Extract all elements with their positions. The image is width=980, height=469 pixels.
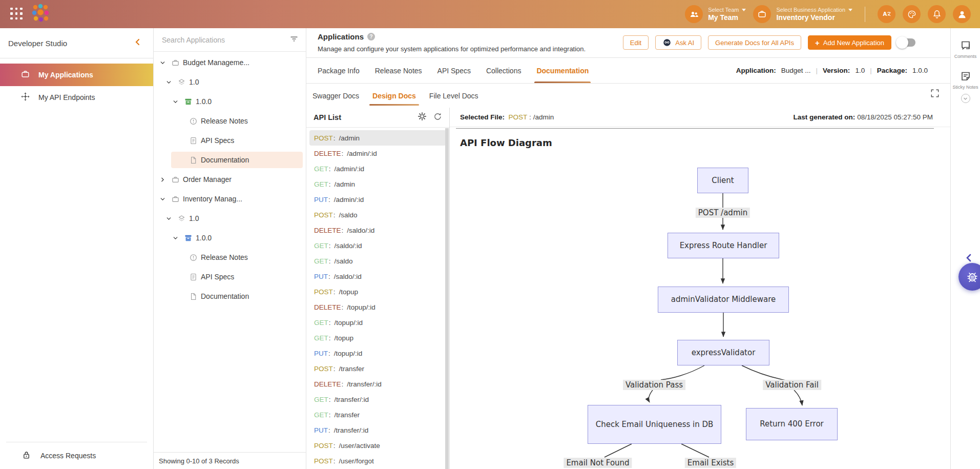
flow-edge-label-validation-pass: Validation Pass — [623, 380, 685, 390]
api-list-item-put-saldo-id[interactable]: PUT:/saldo/:id — [309, 269, 446, 284]
api-list-item-delete-transfer-id[interactable]: DELETE:/transfer/:id — [309, 376, 446, 392]
ask-ai-button[interactable]: Ask AI — [655, 35, 701, 50]
generate-docs-button[interactable]: Generate Docs for All APIs — [708, 35, 801, 50]
tree-node-1-0[interactable]: 1.0 — [154, 209, 306, 228]
subtab-design-docs[interactable]: Design Docs — [372, 84, 416, 108]
tree-node-release-notes[interactable]: Release Notes — [154, 248, 306, 267]
tree-node-1-0-0[interactable]: 1.0.0 — [154, 92, 306, 111]
app-launcher-icon[interactable] — [10, 8, 24, 21]
tab-api-specs[interactable]: API Specs — [437, 58, 471, 83]
sidebar-item-label: My Applications — [38, 71, 93, 79]
api-list-item-post-user-activate[interactable]: POST:/user/activate — [309, 438, 446, 453]
user-avatar[interactable] — [953, 5, 971, 23]
api-list-item-post-admin[interactable]: POST:/admin — [309, 130, 446, 146]
api-path-label: /transfer/:id — [334, 426, 369, 434]
api-path-label: /topup — [335, 334, 354, 342]
tree-node-documentation[interactable]: Documentation — [154, 287, 306, 306]
tab-documentation[interactable]: Documentation — [536, 58, 589, 83]
refresh-icon[interactable] — [433, 112, 442, 123]
chevron-down-icon[interactable] — [165, 79, 177, 86]
api-list-item-put-topup-id[interactable]: PUT:/topup/:id — [309, 345, 446, 361]
api-list-item-delete-admin-id[interactable]: DELETE:/admin/:id — [309, 146, 446, 161]
tree-node-api-specs[interactable]: API Specs — [154, 267, 306, 287]
api-list-item-get-saldo-id[interactable]: GET:/saldo/:id — [309, 238, 446, 253]
api-path-label: /admin/:id — [335, 165, 365, 173]
chevron-right-icon[interactable] — [159, 176, 171, 183]
business-application-selector[interactable]: Select Business Application Inventory Ve… — [753, 5, 852, 23]
api-list-item-get-topup[interactable]: GET:/topup — [309, 330, 446, 345]
bug-report-fab[interactable] — [958, 263, 980, 291]
add-new-application-button[interactable]: +Add New Application — [808, 35, 891, 50]
http-method-label: PUT — [314, 426, 328, 434]
comments-label: Comments — [954, 54, 977, 59]
tab-package-info[interactable]: Package Info — [318, 58, 360, 83]
sidebar-item-access-requests[interactable]: Access Requests — [0, 442, 153, 469]
rail-expand-icon[interactable] — [961, 94, 970, 103]
plus-icon: + — [815, 39, 820, 47]
tree-node-budget-manageme[interactable]: Budget Manageme... — [154, 53, 306, 72]
tree-node-label: Release Notes — [201, 117, 248, 125]
language-icon[interactable]: A — [878, 5, 895, 23]
chevron-down-icon[interactable] — [159, 59, 171, 66]
theme-palette-icon[interactable] — [903, 5, 921, 23]
business-app-icon — [753, 5, 771, 23]
http-method-label: GET — [314, 334, 328, 342]
help-icon[interactable]: ? — [367, 33, 375, 40]
subtab-swagger-docs[interactable]: Swagger Docs — [312, 84, 359, 108]
api-list-item-post-transfer[interactable]: POST:/transfer — [309, 361, 446, 376]
tree-node-label: API Specs — [201, 273, 234, 281]
sidebar-item-my-applications[interactable]: My Applications — [0, 64, 153, 86]
edit-button[interactable]: Edit — [623, 35, 649, 50]
api-list-item-get-transfer-id[interactable]: GET:/transfer/:id — [309, 392, 446, 407]
api-list-item-delete-saldo-id[interactable]: DELETE:/saldo/:id — [309, 222, 446, 238]
api-list-item-get-transfer[interactable]: GET:/transfer — [309, 407, 446, 422]
ask-ai-icon — [662, 38, 672, 47]
api-list-item-get-topup-id[interactable]: GET:/topup/:id — [309, 315, 446, 330]
chevron-down-icon[interactable] — [172, 235, 184, 241]
subtab-file-level-docs[interactable]: File Level Docs — [429, 84, 478, 108]
briefcase-icon — [171, 195, 182, 203]
api-list-item-put-admin-id[interactable]: PUT:/admin/:id — [309, 192, 446, 207]
sticky-notes-button[interactable]: Sticky Notes — [951, 70, 980, 90]
api-list-item-post-saldo[interactable]: POST:/saldo — [309, 207, 446, 222]
search-input[interactable] — [161, 35, 289, 45]
sidebar-collapse-icon[interactable] — [135, 38, 140, 48]
api-path-label: /topup/:id — [334, 350, 363, 357]
chevron-down-icon[interactable] — [172, 98, 184, 105]
api-list-item-delete-topup-id[interactable]: DELETE:/topup/:id — [309, 299, 446, 315]
tree-node-1-0-0[interactable]: 1.0.0 — [154, 228, 306, 248]
tree-node-documentation[interactable]: Documentation — [154, 150, 306, 170]
flow-node-express-handler: Express Route Handler — [668, 233, 779, 258]
sidebar-item-my-api-endpoints[interactable]: My API Endpoints — [0, 86, 153, 109]
tree-node-api-specs[interactable]: API Specs — [154, 131, 306, 150]
tree-node-label: Order Manager — [183, 175, 232, 183]
doc-subtabs-row: Swagger DocsDesign DocsFile Level Docs — [306, 84, 950, 108]
fullscreen-icon[interactable] — [930, 88, 940, 100]
http-method-label: POST — [314, 442, 333, 450]
api-list-item-post-topup[interactable]: POST:/topup — [309, 284, 446, 299]
tree-node-release-notes[interactable]: Release Notes — [154, 111, 306, 131]
api-list-item-get-admin-id[interactable]: GET:/admin/:id — [309, 161, 446, 176]
api-list-item-get-admin[interactable]: GET:/admin — [309, 176, 446, 192]
comments-button[interactable]: Comments — [951, 39, 980, 59]
tab-release-notes[interactable]: Release Notes — [375, 58, 422, 83]
team-selector[interactable]: Select Team My Team — [685, 5, 746, 23]
release-icon — [189, 253, 200, 262]
chevron-down-icon[interactable] — [165, 215, 177, 222]
tree-node-order-manager[interactable]: Order Manager — [154, 170, 306, 189]
notifications-bell-icon[interactable] — [928, 5, 946, 23]
chevron-down-icon[interactable] — [159, 196, 171, 202]
tab-collections[interactable]: Collections — [486, 58, 521, 83]
api-list-item-post-user-forgot[interactable]: POST:/user/forgot — [309, 453, 446, 468]
api-list-scrollbar[interactable] — [445, 128, 449, 469]
api-list-item-put-transfer-id[interactable]: PUT:/transfer/:id — [309, 422, 446, 438]
api-path-label: /transfer/:id — [347, 380, 382, 388]
tree-node-1-0[interactable]: 1.0 — [154, 72, 306, 92]
access-requests-label: Access Requests — [40, 452, 96, 460]
filter-icon[interactable] — [289, 34, 299, 46]
header-toggle[interactable] — [898, 38, 915, 47]
assistant-collapse-icon[interactable] — [966, 254, 972, 264]
tree-node-inventory-manag[interactable]: Inventory Manag... — [154, 189, 306, 209]
settings-gear-icon[interactable] — [418, 112, 427, 123]
api-list-item-get-saldo[interactable]: GET:/saldo — [309, 253, 446, 269]
